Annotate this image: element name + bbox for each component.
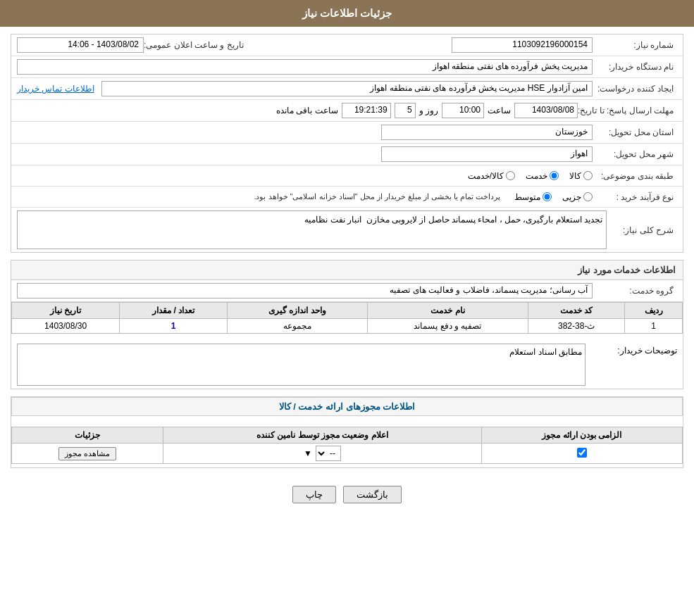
td-name: تصفیه و دفع پسماند	[367, 319, 528, 334]
buyer-notes-label: توضیحات خریدار:	[593, 344, 677, 356]
licenses-section: اطلاعات مجوزهای ارائه خدمت / کالا الزامی…	[11, 396, 683, 468]
table-row: 1 ث-38-382 تصفیه و دفع پسماند مجموعه 1 1…	[12, 319, 683, 334]
group-service-value: آب رسانی؛ مدیریت پسماند، فاضلاب و فعالیت…	[17, 283, 593, 298]
td-kod: ث-38-382	[528, 319, 625, 334]
tabaghe-label: طبقه بندی موضوعی:	[593, 171, 677, 181]
tabaghe-radio-kala-khadamat[interactable]	[506, 171, 515, 180]
service-section-header: اطلاعات خدمات مورد نیاز	[11, 260, 683, 280]
status-select[interactable]: --	[316, 446, 341, 461]
row-mohlat: مهلت ارسال پاسخ: تا تاریخ: 1403/08/08 سا…	[11, 100, 683, 122]
mohlat-saat-label: ساعت	[484, 104, 514, 117]
th-radif: ردیف	[625, 303, 683, 319]
tabaghe-radio-kala[interactable]	[583, 171, 593, 180]
farayand-radio-motevaset[interactable]	[543, 192, 552, 201]
sharh-label: شرح کلی نیاز:	[607, 225, 677, 235]
td-tedad: 1	[120, 319, 228, 334]
sharh-textarea[interactable]	[17, 210, 607, 249]
td-radif: 1	[625, 319, 683, 334]
licenses-table-row: -- ▼ مشاهده مجوز	[12, 444, 683, 464]
tarikh-label: تاریخ و ساعت اعلان عمومی:	[144, 40, 247, 50]
farayand-note: پرداخت تمام یا بخشی از مبلغ خریدار از مح…	[250, 191, 504, 203]
licenses-title-bar: اطلاعات مجوزهای ارائه خدمت / کالا	[11, 397, 683, 416]
shahr-label: شهر محل تحویل:	[593, 149, 677, 159]
th-name: نام خدمت	[367, 303, 528, 319]
tabaghe-radio-khadamat[interactable]	[550, 171, 559, 180]
row-nooe-farayand: نوع فرآیند خرید : جزیی متوسط پرداخت تمام…	[11, 187, 683, 208]
th-joziyat: جزئیات	[12, 427, 163, 444]
elzami-checkbox[interactable]	[577, 448, 587, 458]
mohlat-label: مهلت ارسال پاسخ: تا تاریخ:	[578, 106, 677, 115]
th-tarikh: تاریخ نیاز	[12, 303, 120, 319]
content-area: شماره نیاز: 1103092196000154 تاریخ و ساع…	[0, 27, 694, 521]
mohlat-saat-value: 10:00	[442, 103, 484, 118]
mohlat-date: 1403/08/08	[514, 103, 578, 118]
td-status: -- ▼	[163, 444, 482, 464]
row-ostan: استان محل تحویل: خوزستان	[11, 122, 683, 144]
row-sharh: شرح کلی نیاز:	[11, 208, 683, 252]
farayand-option-motevaset[interactable]: متوسط	[514, 192, 552, 202]
main-form-section: شماره نیاز: 1103092196000154 تاریخ و ساع…	[11, 34, 683, 253]
mohlat-mande-value: 19:21:39	[342, 103, 391, 118]
licenses-table: الزامی بودن ارائه مجوز اعلام وضعیت مجوز …	[11, 427, 683, 464]
shomara-niaz-label: شماره نیاز:	[593, 40, 677, 50]
ostan-value: خوزستان	[381, 125, 593, 140]
td-tarikh: 1403/08/30	[12, 319, 120, 334]
ostan-label: استان محل تحویل:	[593, 127, 677, 137]
print-button[interactable]: چاپ	[292, 486, 336, 503]
th-elzami: الزامی بودن ارائه مجوز	[481, 427, 682, 444]
group-service-row: گروه خدمت: آب رسانی؛ مدیریت پسماند، فاضل…	[11, 280, 683, 302]
buttons-row: بازگشت چاپ	[11, 475, 683, 514]
buyer-notes-section: توضیحات خریدار: مطابق اسناد استعلام	[11, 341, 683, 389]
name-dastgah-label: نام دستگاه خریدار:	[593, 62, 677, 72]
mohlat-rooz-value: 5	[395, 103, 416, 118]
table-header-row: ردیف کد خدمت نام خدمت واحد اندازه گیری ت…	[12, 303, 683, 319]
etelaat-tamas-link[interactable]: اطلاعات تماس خریدار	[17, 84, 94, 94]
ijad-konande-label: ایجاد کننده درخواست:	[593, 84, 677, 94]
nooe-farayand-label: نوع فرآیند خرید :	[593, 192, 677, 202]
service-table: ردیف کد خدمت نام خدمت واحد اندازه گیری ت…	[11, 302, 683, 334]
farayand-option-jozi[interactable]: جزیی	[562, 192, 593, 202]
group-service-label: گروه خدمت:	[593, 286, 677, 296]
service-section: اطلاعات خدمات مورد نیاز گروه خدمت: آب رس…	[11, 260, 683, 389]
page-wrapper: جزئیات اطلاعات نیاز شماره نیاز: 11030921…	[0, 0, 694, 616]
shomara-niaz-value: 1103092196000154	[452, 37, 593, 53]
tabaghe-option-khadamat[interactable]: خدمت	[526, 171, 559, 181]
td-elzami-checkbox	[481, 444, 682, 464]
td-vahed: مجموعه	[228, 319, 367, 334]
th-kod: کد خدمت	[528, 303, 625, 319]
tarikh-value: 1403/08/02 - 14:06	[17, 37, 144, 53]
page-title: جزئیات اطلاعات نیاز	[0, 0, 694, 27]
tabaghe-option-kala[interactable]: کالا	[569, 171, 593, 181]
mohlat-mande-label: ساعت باقی مانده	[273, 104, 342, 117]
farayand-radio-jozi[interactable]	[583, 192, 593, 201]
row-ijad-konande: ایجاد کننده درخواست: امین آزادوار HSE مد…	[11, 78, 683, 100]
th-tedad: تعداد / مقدار	[120, 303, 228, 319]
tabaghe-option-kala-khadamat[interactable]: کالا/خدمت	[468, 171, 515, 181]
shahr-value: اهواز	[381, 146, 593, 162]
licenses-header-row: الزامی بودن ارائه مجوز اعلام وضعیت مجوز …	[12, 427, 683, 444]
row-name-dastgah: نام دستگاه خریدار: مدیریت پخش فرآورده ها…	[11, 56, 683, 78]
dropdown-icon: ▼	[304, 448, 312, 458]
ijad-konande-value: امین آزادوار HSE مدیریت پخش فرآورده های …	[101, 81, 593, 96]
licenses-table-wrapper: الزامی بودن ارائه مجوز اعلام وضعیت مجوز …	[11, 420, 683, 467]
tabaghe-radio-group: کالا خدمت کالا/خدمت	[468, 171, 593, 181]
service-table-section: ردیف کد خدمت نام خدمت واحد اندازه گیری ت…	[11, 302, 683, 334]
name-dastgah-value: مدیریت پخش فرآورده های نفتی منطقه اهواز	[17, 59, 593, 75]
nooe-farayand-radio-group: جزیی متوسط	[514, 192, 593, 202]
mohlat-rooz-label: روز و	[416, 104, 442, 117]
row-tabaghe: طبقه بندی موضوعی: کالا خدمت کالا/خدمت	[11, 165, 683, 187]
row-shahr: شهر محل تحویل: اهواز	[11, 144, 683, 165]
th-status: اعلام وضعیت مجوز توسط نامین کننده	[163, 427, 482, 444]
td-details: مشاهده مجوز	[12, 444, 163, 464]
buyer-notes-value: مطابق اسناد استعلام	[17, 344, 585, 386]
th-vahed: واحد اندازه گیری	[228, 303, 367, 319]
row-shomara-tarikh: شماره نیاز: 1103092196000154 تاریخ و ساع…	[11, 34, 683, 56]
back-button[interactable]: بازگشت	[343, 486, 402, 503]
view-license-button[interactable]: مشاهده مجوز	[58, 447, 116, 460]
